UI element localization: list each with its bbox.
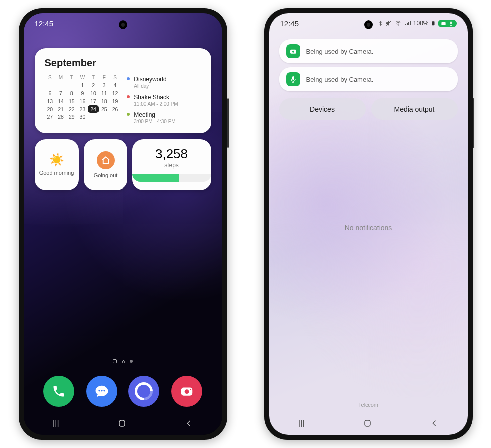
camera-notch <box>364 20 373 29</box>
calendar-widget[interactable]: September SMTWTFS12346789101112131415161… <box>35 48 211 133</box>
status-icons: 100% <box>378 20 457 27</box>
steps-value: 3,258 <box>140 146 203 162</box>
status-time: 12:45 <box>35 19 54 28</box>
camera-notch <box>119 20 127 29</box>
routine-good-morning[interactable]: ☀️ Good morning <box>35 139 79 190</box>
battery-percent: 100% <box>413 20 429 27</box>
event-list: Disneyworld All day Shake Shack 11:00 AM… <box>127 74 201 124</box>
power-button[interactable] <box>473 98 474 148</box>
bluetooth-icon <box>378 20 383 27</box>
nav-back[interactable] <box>430 419 438 427</box>
notification-text: Being used by Camera. <box>306 48 374 55</box>
indicator-pill[interactable] <box>438 20 457 27</box>
home-icon <box>97 151 115 169</box>
svg-rect-10 <box>441 22 445 25</box>
status-time: 12:45 <box>280 19 299 28</box>
battery-icon <box>431 20 436 27</box>
svg-rect-11 <box>450 21 452 24</box>
nav-home[interactable] <box>363 419 372 428</box>
camera-usage-notification[interactable]: Being used by Camera. <box>279 39 458 63</box>
svg-rect-14 <box>292 76 294 80</box>
svg-rect-9 <box>432 21 434 21</box>
nav-bar: ||| <box>269 412 468 435</box>
steps-label: steps <box>140 162 203 169</box>
carrier-label: Telecom <box>269 402 468 408</box>
widget-area: September SMTWTFS12346789101112131415161… <box>35 48 211 190</box>
microphone-icon <box>286 72 300 86</box>
svg-rect-15 <box>365 420 370 426</box>
svg-point-2 <box>103 390 105 391</box>
camera-app-icon[interactable] <box>171 376 202 407</box>
nav-recents[interactable]: ||| <box>53 419 59 428</box>
power-button[interactable] <box>227 98 229 148</box>
nav-recents[interactable]: ||| <box>298 419 304 428</box>
signal-icon <box>404 20 411 26</box>
svg-point-1 <box>101 390 102 391</box>
page-indicator[interactable]: ⌂ <box>24 358 222 365</box>
phone-app-icon[interactable] <box>43 376 74 407</box>
event-item[interactable]: Meeting 3:00 PM - 4:30 PM <box>127 112 201 124</box>
calendar-month: September <box>45 57 201 69</box>
phone-right-notifications: 12:45 100% <box>264 8 473 440</box>
steps-widget[interactable]: 3,258 steps <box>132 139 211 190</box>
nav-back[interactable] <box>185 419 193 427</box>
apps-page-icon <box>113 359 117 363</box>
svg-point-7 <box>398 25 399 26</box>
devices-button[interactable]: Devices <box>279 98 366 120</box>
notification-list: Being used by Camera. Being used by Came… <box>269 36 468 120</box>
svg-rect-6 <box>119 420 125 426</box>
home-page-icon: ⌂ <box>122 358 125 365</box>
mic-usage-notification[interactable]: Being used by Camera. <box>279 67 458 91</box>
nav-bar: ||| <box>24 412 222 435</box>
notification-panel[interactable]: 12:45 100% <box>269 13 468 435</box>
mute-icon <box>385 20 392 27</box>
home-screen[interactable]: 12:45 September SMTWTFS12346789101112131… <box>24 13 222 435</box>
event-item[interactable]: Disneyworld All day <box>127 76 201 89</box>
svg-point-13 <box>292 51 294 53</box>
steps-progress <box>132 174 211 182</box>
page-dot <box>130 360 133 363</box>
sun-icon: ☀️ <box>49 153 64 167</box>
svg-point-4 <box>184 389 189 394</box>
nav-home[interactable] <box>118 419 126 428</box>
event-item[interactable]: Shake Shack 11:00 AM - 2:00 PM <box>127 94 201 107</box>
no-notifications-text: No notifications <box>269 224 468 232</box>
camera-icon <box>286 44 300 58</box>
phone-left-home: 12:45 September SMTWTFS12346789101112131… <box>19 8 227 440</box>
media-output-button[interactable]: Media output <box>371 98 458 120</box>
messages-app-icon[interactable] <box>86 376 117 407</box>
calendar-grid[interactable]: SMTWTFS123467891011121314151617181920212… <box>45 74 121 124</box>
svg-point-5 <box>190 389 191 390</box>
svg-rect-8 <box>432 21 434 25</box>
svg-point-0 <box>98 390 100 391</box>
wifi-icon <box>394 20 402 26</box>
routine-going-out[interactable]: Going out <box>84 139 127 190</box>
dock <box>24 376 222 407</box>
browser-app-icon[interactable] <box>128 376 159 407</box>
notification-text: Being used by Camera. <box>306 76 374 83</box>
